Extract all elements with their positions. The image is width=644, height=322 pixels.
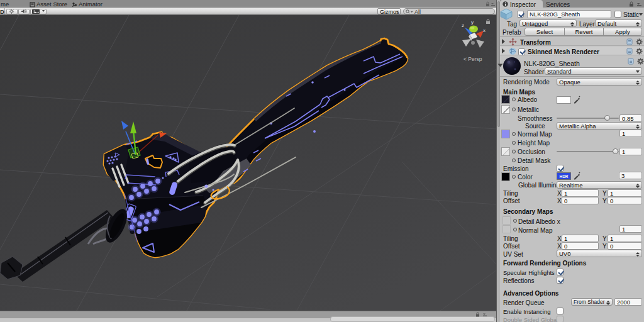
svg-text:y: y [471, 19, 474, 25]
svg-text:x: x [483, 28, 486, 33]
svg-text:z: z [462, 23, 464, 28]
svg-text:< Persp: < Persp [464, 56, 482, 62]
